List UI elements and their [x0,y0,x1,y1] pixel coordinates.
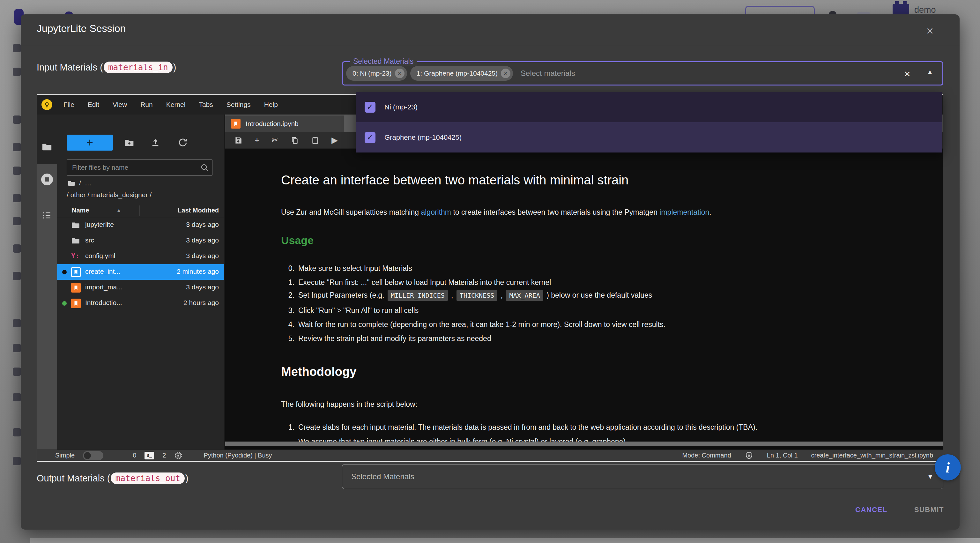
checkbox-checked-icon[interactable]: ✓ [364,102,375,113]
close-icon[interactable]: × [922,23,938,39]
implementation-link[interactable]: implementation [659,208,709,216]
usage-item-0: 0. Make sure to select Input Materials [281,264,412,273]
filter-files-input[interactable] [67,159,212,176]
cursor-position[interactable]: Ln 1, Col 1 [767,452,798,459]
menu-view[interactable]: View [106,101,134,108]
background-sidebar-icon [13,44,21,53]
chip-remove-icon[interactable]: × [395,68,404,78]
material-option-label: Graphene (mp-1040425) [384,133,461,142]
tab-introduction-ipynb[interactable]: Introduction.ipynb [225,116,344,132]
breadcrumb-ellipsis[interactable]: … [85,179,92,187]
background-sidebar-icon [13,116,21,124]
material-option-ni[interactable]: ✓ Ni (mp-23) [356,92,942,122]
save-icon[interactable] [234,136,242,145]
material-chip-label: 1: Graphene (mp-1040425) [417,70,498,77]
breadcrumb-path[interactable]: / other / materials_designer / [67,191,151,199]
background-sidebar-icon [13,319,21,327]
cut-cell-icon[interactable]: ✂ [272,135,278,145]
file-row-src[interactable]: src 3 days ago [57,233,225,248]
file-name: import_ma... [85,283,123,291]
cancel-button[interactable]: CANCEL [855,506,888,514]
material-chip[interactable]: 0: Ni (mp-23) × [346,66,407,81]
file-row-config-yml[interactable]: Y: config.yml 3 days ago [57,248,225,264]
kernel-chip-icon [174,451,183,460]
notebook-scrollbar-track[interactable] [225,441,943,446]
input-materials-suffix: ) [173,62,177,73]
kernel-status[interactable]: Python (Pyodide) | Busy [204,452,272,459]
material-option-graphene[interactable]: ✓ Graphene (mp-1040425) [356,122,942,153]
output-materials-label: Output Materials ( materials_out ) [37,473,189,484]
toggle-knob [84,452,91,459]
algorithm-link[interactable]: algorithm [421,208,451,216]
background-sidebar-icon [13,143,21,151]
file-list-header: Name ▲ Last Modified [57,205,225,217]
column-header-last-modified[interactable]: Last Modified [178,207,219,214]
background-sidebar-icon [13,167,21,175]
menu-kernel[interactable]: Kernel [159,101,192,108]
file-modified: 2 minutes ago [177,268,219,275]
clear-selection-icon[interactable]: × [900,67,914,81]
sort-ascending-icon[interactable]: ▲ [116,207,121,213]
running-kernel-dot-icon [62,301,67,306]
column-header-name[interactable]: Name [72,207,89,214]
intro-text: . [709,208,711,216]
run-cell-icon[interactable]: ▶ [331,135,338,145]
terminal-icon: $_ [145,452,154,459]
new-launcher-button[interactable]: + [67,135,113,151]
list-number: 0. [281,264,294,273]
materials-out-code-chip: materials_out [111,473,185,484]
select-materials-placeholder: Select materials [520,69,575,78]
menu-file[interactable]: File [57,101,81,108]
chip-remove-icon[interactable]: × [501,68,511,78]
menu-edit[interactable]: Edit [81,101,106,108]
usage-item-4: 4. Wait for the run to complete (dependi… [281,320,665,329]
info-fab-button[interactable]: i [935,454,961,481]
folder-icon [71,220,80,229]
checkbox-checked-icon[interactable]: ✓ [364,132,375,143]
folder-icon [71,236,80,245]
file-name: config.yml [85,252,116,260]
notebook-file-icon [71,283,81,293]
submit-button[interactable]: SUBMIT [914,506,944,514]
table-of-contents-tab-icon[interactable] [42,210,52,220]
collapse-dropdown-icon[interactable]: ▲ [926,68,934,76]
background-sidebar-icon [13,368,21,376]
background-sidebar-icon [13,272,21,280]
material-chip[interactable]: 1: Graphene (mp-1040425) × [410,66,513,81]
simple-mode-toggle[interactable] [83,451,103,460]
add-cell-icon[interactable]: + [255,135,259,145]
refresh-icon[interactable] [178,137,188,148]
menu-help[interactable]: Help [258,101,285,108]
background-sidebar-icon [13,457,21,465]
menu-settings[interactable]: Settings [220,101,258,108]
file-row-create-interface-selected[interactable]: create_int... 2 minutes ago [57,264,225,280]
file-name: Introductio... [85,299,122,307]
running-kernels-tab-icon[interactable] [41,174,53,185]
tab-label: Introduction.ipynb [246,120,299,127]
selected-materials-multiselect[interactable]: Selected Materials 0: Ni (mp-23) × 1: Gr… [342,61,943,86]
column-divider [139,205,140,216]
upload-icon[interactable] [150,137,161,148]
file-browser-tab-folder-icon[interactable] [41,141,52,152]
materials-in-code-chip: materials_in [104,62,173,73]
file-name: create_int... [85,268,120,275]
chevron-down-icon: ▼ [927,473,934,481]
active-file-name: create_interface_with_min_strain_zsl.ipy… [811,452,933,459]
menu-tabs[interactable]: Tabs [192,101,220,108]
notebook-file-icon [231,119,240,129]
breadcrumb-root[interactable]: / [79,179,81,187]
folder-icon[interactable] [68,179,75,187]
new-folder-icon[interactable] [124,137,134,148]
breadcrumb: / … [68,179,92,187]
copy-cell-icon[interactable] [291,136,299,145]
status-bar-right: Mode: Command Ln 1, Col 1 create_interfa… [682,450,933,461]
file-row-import-material[interactable]: import_ma... 3 days ago [57,280,225,295]
file-row-jupyterlite[interactable]: jupyterlite 3 days ago [57,217,225,233]
usage-item-1: 1. Execute "Run first: ..." cell below t… [281,278,551,287]
menu-run[interactable]: Run [134,101,159,108]
status-bar: Simple 0 $_ 2 Python (Pyodide) | Busy Mo… [37,449,943,461]
output-materials-select[interactable]: Selected Materials ▼ [342,464,943,489]
file-row-introduction[interactable]: Introductio... 2 hours ago [57,295,225,311]
paste-cell-icon[interactable] [311,136,319,145]
simple-mode-label: Simple [55,452,75,459]
